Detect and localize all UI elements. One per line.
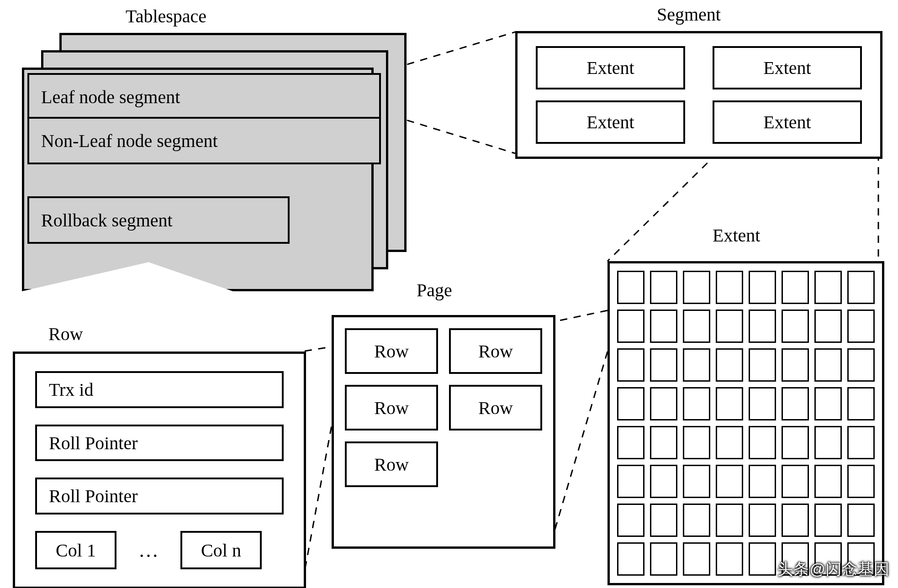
svg-line-4: [551, 310, 607, 322]
title-page: Page: [417, 279, 452, 301]
extent-cell: [716, 542, 743, 576]
extent-cell: [617, 387, 644, 420]
diagram-root: { "titles": { "tablespace": "Tablespace"…: [0, 0, 898, 588]
svg-line-5: [551, 352, 607, 543]
extent-cell: [847, 310, 875, 343]
extent-cell: [782, 310, 809, 343]
extent-cell: [847, 504, 875, 537]
extent-cell: [814, 387, 842, 420]
extent-cell: [847, 465, 875, 498]
extent-cell: [749, 348, 776, 382]
extent-cell: [814, 348, 842, 382]
extent-cell: [716, 348, 743, 382]
extent-cell: [650, 387, 677, 420]
page-row-1: Row: [449, 328, 542, 374]
segment-extent-2: Extent: [536, 100, 685, 144]
extent-cell: [814, 310, 842, 343]
row-trx: Trx id: [35, 371, 284, 408]
extent-cell: [749, 504, 776, 537]
extent-cell: [683, 542, 710, 576]
page-row-4: Row: [345, 441, 438, 487]
title-tablespace: Tablespace: [126, 5, 206, 27]
title-extent: Extent: [713, 225, 760, 246]
extent-cell: [650, 348, 677, 382]
extent-cell: [716, 504, 743, 537]
segment-extent-3: Extent: [713, 100, 862, 144]
extent-cell: [617, 542, 644, 576]
tablespace-row-leaf: Leaf node segment: [27, 73, 381, 121]
extent-cell: [782, 387, 809, 420]
extent-cell: [749, 465, 776, 498]
extent-cell: [782, 426, 809, 459]
row-rollptr-2: Roll Pointer: [35, 478, 284, 514]
row-box: Trx id Roll Pointer Roll Pointer Col 1 ……: [13, 352, 306, 588]
extent-cell: [650, 271, 677, 304]
title-segment: Segment: [657, 4, 721, 25]
extent-cell: [683, 426, 710, 459]
extent-cell: [716, 271, 743, 304]
extent-cell: [814, 465, 842, 498]
extent-cell: [716, 310, 743, 343]
extent-cell: [683, 504, 710, 537]
extent-cell: [650, 542, 677, 576]
extent-cell: [847, 271, 875, 304]
extent-cell: [683, 310, 710, 343]
extent-cell: [683, 387, 710, 420]
extent-cell: [617, 465, 644, 498]
extent-cell: [716, 387, 743, 420]
extent-cell: [847, 348, 875, 382]
extent-cell: [650, 310, 677, 343]
extent-cell: [650, 504, 677, 537]
page-row-3: Row: [449, 385, 542, 430]
extent-cell: [617, 271, 644, 304]
extent-cell: [617, 504, 644, 537]
page-row-0: Row: [345, 328, 438, 374]
svg-line-2: [607, 153, 717, 261]
segment-extent-0: Extent: [536, 46, 685, 89]
extent-cell: [814, 504, 842, 537]
row-cols-ellipsis: …: [130, 539, 167, 562]
extent-cell: [814, 271, 842, 304]
extent-cell: [749, 310, 776, 343]
page-row-2: Row: [345, 385, 438, 430]
extent-cell: [749, 387, 776, 420]
extent-cell: [749, 426, 776, 459]
tablespace-row-nonleaf: Non-Leaf node segment: [27, 117, 381, 164]
extent-cell: [847, 426, 875, 459]
extent-cell: [683, 271, 710, 304]
extent-cell: [749, 271, 776, 304]
extent-cell: [782, 504, 809, 537]
extent-cell: [683, 348, 710, 382]
page-box: Row Row Row Row Row: [332, 315, 555, 549]
title-row: Row: [48, 323, 83, 345]
row-rollptr-1: Roll Pointer: [35, 425, 284, 462]
extent-grid: [610, 263, 882, 583]
watermark: 头条@闪念基因: [777, 559, 890, 580]
tablespace-row-rollback-label: Rollback segment: [41, 210, 173, 231]
extent-box: [607, 261, 884, 585]
tablespace-row-nonleaf-label: Non-Leaf node segment: [41, 130, 218, 152]
segment-box: Extent Extent Extent Extent: [515, 31, 882, 159]
extent-cell: [716, 426, 743, 459]
extent-cell: [617, 426, 644, 459]
extent-cell: [650, 426, 677, 459]
tablespace-row-rollback: Rollback segment: [27, 196, 290, 244]
row-col-1: Col 1: [35, 531, 116, 569]
extent-cell: [782, 465, 809, 498]
extent-cell: [749, 542, 776, 576]
extent-cell: [617, 310, 644, 343]
extent-cell: [814, 426, 842, 459]
row-col-n: Col n: [180, 531, 262, 569]
extent-cell: [683, 465, 710, 498]
extent-cell: [782, 271, 809, 304]
extent-cell: [847, 387, 875, 420]
extent-cell: [782, 348, 809, 382]
extent-cell: [716, 465, 743, 498]
extent-cell: [650, 465, 677, 498]
tablespace-row-leaf-label: Leaf node segment: [41, 86, 180, 108]
segment-extent-1: Extent: [713, 46, 862, 89]
extent-cell: [617, 348, 644, 382]
